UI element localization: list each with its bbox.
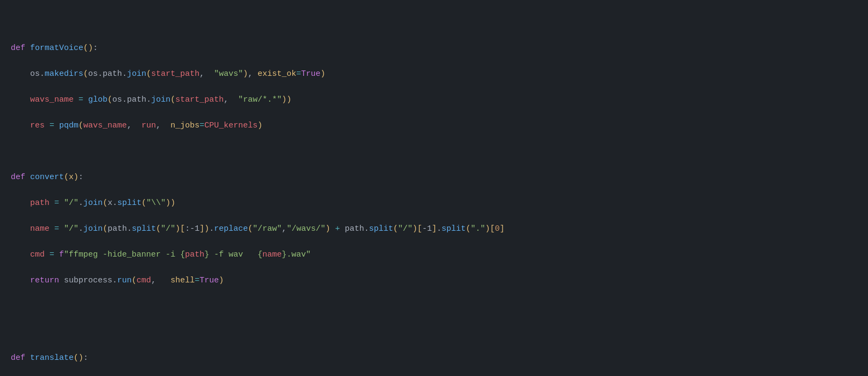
line-3: wavs_name = glob(os.path.join(start_path…: [11, 94, 857, 107]
line-5: [11, 145, 857, 158]
code-editor: def formatVoice(): os.makedirs(os.path.j…: [0, 11, 868, 376]
line-2: os.makedirs(os.path.join(start_path, "wa…: [11, 68, 857, 81]
line-8: name = "/".join(path.split("/")[:-1]).re…: [11, 223, 857, 236]
line-9: cmd = f"ffmpeg -hide_banner -i {path} -f…: [11, 249, 857, 261]
line-1: def formatVoice():: [11, 42, 857, 55]
line-12: [11, 326, 857, 339]
line-13: def translate():: [11, 352, 857, 365]
line-7: path = "/".join(x.split("\\")): [11, 197, 857, 210]
line-6: def convert(x):: [11, 171, 857, 184]
line-10: return subprocess.run(cmd, shell=True): [11, 274, 857, 287]
line-11: [11, 300, 857, 313]
line-4: res = pqdm(wavs_name, run, n_jobs=CPU_ke…: [11, 119, 857, 132]
